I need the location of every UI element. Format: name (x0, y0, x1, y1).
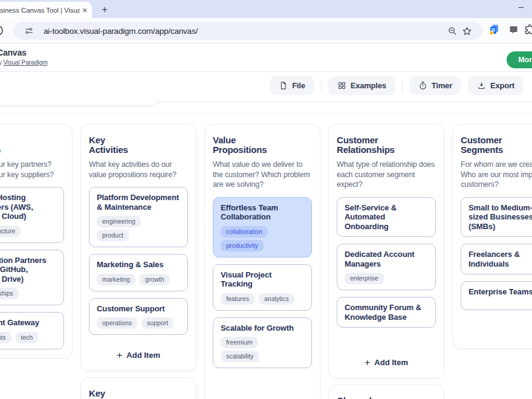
card-tag: partnerships (0, 288, 19, 299)
file-button[interactable]: File (270, 76, 314, 95)
card-title: Freelancers & Individuals (469, 250, 532, 268)
canvas-area: Key PartnersWho are our key partners? Wh… (0, 114, 532, 399)
column-title: Customer Segments (461, 135, 503, 155)
panel-value-propositions: Value PropositionsWhat value do we deliv… (204, 124, 320, 399)
card-tag: support (141, 317, 174, 329)
canvas-column-customer-relationships: Customer RelationshipsWhat type of relat… (328, 124, 444, 399)
cards-list: Platform Development & Maintenanceengine… (89, 187, 188, 335)
examples-button[interactable]: Examples (328, 76, 395, 95)
canvas-card[interactable]: Self-Service & Automated Onboarding (337, 197, 436, 238)
card-title: Self-Service & Automated Onboarding (345, 203, 428, 232)
export-button[interactable]: Export (468, 76, 524, 95)
column-description: For whom are we creating value? Who are … (461, 160, 532, 190)
card-tags: enterprise (345, 273, 428, 284)
card-title: Scalable for Growth (221, 323, 304, 333)
column-title: Key Resources (89, 389, 134, 399)
canvas-card[interactable]: Integration Partners (Slack, GitHub, Goo… (0, 250, 64, 306)
card-tag: enterprise (345, 273, 384, 284)
card-title: Enterprise Teams (469, 287, 532, 297)
add-item-button[interactable]: +Add Item (89, 348, 188, 362)
canvas-tab-bar (0, 99, 532, 114)
zoom-out-icon[interactable] (445, 26, 459, 36)
panel-key-partners: Key PartnersWho are our key partners? Wh… (0, 124, 73, 358)
canvas-card[interactable]: Scalable for Growthfreemiumscalability (213, 317, 312, 369)
minimize-button[interactable]: – (519, 1, 524, 11)
extensions-puzzle-icon[interactable] (524, 23, 532, 36)
card-tags: paymentstech (0, 332, 56, 343)
column-title: Channels (337, 396, 436, 399)
card-title: Platform Development & Maintenance (97, 193, 180, 212)
column-description: What type of relationship does each cust… (337, 160, 436, 190)
panel-customer-segments: Customer SegmentsFor whom are we creatin… (452, 124, 532, 349)
card-tags: freemiumscalability (221, 337, 304, 362)
card-tag: payments (0, 332, 11, 343)
canvas-card[interactable]: Small to Medium-sized Businesses (SMBs) (461, 197, 532, 238)
card-tag: tech (16, 332, 39, 343)
timer-button-label: Timer (432, 81, 452, 90)
timer-button[interactable]: Timer (409, 76, 461, 95)
browser-toolbar: ai-toolbox.visual-paradigm.com/app/canva… (0, 18, 532, 44)
canvas-column-customer-segments: Customer SegmentsFor whom are we creatin… (452, 124, 532, 349)
canvas-card[interactable]: Enterprise Teams (461, 281, 532, 310)
address-bar[interactable]: ai-toolbox.visual-paradigm.com/app/canva… (13, 22, 482, 40)
new-tab-button[interactable]: + (102, 3, 108, 16)
card-tag: features (221, 293, 255, 305)
panel-customer-relationships: Customer RelationshipsWhat type of relat… (328, 124, 444, 378)
canvas-card[interactable]: Dedicated Account Managersenterprise (337, 244, 436, 290)
export-button-label: Export (490, 81, 514, 90)
card-tags: marketinggrowth (97, 274, 180, 285)
canvas-card[interactable]: Freelancers & Individuals (461, 244, 532, 274)
panel-key-activities: Key ActivitiesWhat key activities do our… (80, 124, 196, 371)
canvas-card[interactable]: Marketing & Salesmarketinggrowth (89, 254, 188, 291)
card-tag: infrastructure (0, 225, 21, 237)
canvas-column-key-activities: Key ActivitiesWhat key activities do our… (80, 124, 196, 399)
card-tags: collaborationproductivity (221, 226, 304, 251)
cards-list: Effortless Team Collaborationcollaborati… (213, 197, 312, 369)
column-description: What value do we deliver to the customer… (213, 160, 312, 190)
card-title: Visual Project Tracking (221, 270, 304, 289)
timer-icon (418, 81, 427, 90)
toolbar-divider (402, 80, 403, 92)
site-settings-icon[interactable] (22, 26, 36, 36)
url-text: ai-toolbox.visual-paradigm.com/app/canva… (44, 27, 445, 36)
extension-icon-gray[interactable] (507, 23, 520, 36)
canvas-card[interactable]: Cloud Hosting Providers (AWS, Google Clo… (0, 187, 64, 243)
examples-grid-icon (337, 81, 346, 90)
bookmark-star-icon[interactable] (459, 26, 474, 36)
more-button[interactable]: More (507, 51, 532, 68)
card-title: Community Forum & Knowledge Base (345, 303, 428, 322)
card-tag: growth (140, 274, 170, 285)
card-tags: infrastructure (0, 225, 56, 237)
card-title: Dedicated Account Managers (345, 250, 428, 268)
card-title: Effortless Team Collaboration (221, 203, 304, 222)
file-button-label: File (292, 81, 305, 90)
canvas-card[interactable]: Visual Project Trackingfeaturesanalytics (213, 264, 312, 311)
canvas-card[interactable]: Customer Supportoperationssupport (89, 298, 188, 336)
canvas-card[interactable]: Effortless Team Collaborationcollaborati… (213, 197, 312, 258)
byline: by Visual Paradigm (0, 59, 48, 66)
add-item-button[interactable]: +Add Item (337, 355, 436, 369)
reload-icon[interactable] (0, 25, 3, 36)
file-icon (279, 81, 288, 90)
card-tag: marketing (97, 274, 135, 285)
column-title: Key Activities (89, 135, 128, 155)
canvas-card[interactable]: Payment Gatewaypaymentstech (0, 312, 64, 349)
card-tag: scalability (221, 351, 259, 362)
cards-list: Cloud Hosting Providers (AWS, Google Clo… (0, 187, 64, 349)
panel-channels: ChannelsThrough which channels do our cu… (328, 384, 444, 399)
canvas-card[interactable]: Community Forum & Knowledge Base (337, 297, 436, 328)
column-description: What key activities do our value proposi… (89, 160, 188, 180)
tab-close-icon[interactable]: × (82, 6, 87, 15)
column-title: Value Propositions (213, 135, 267, 155)
browser-tab[interactable]: Business Canvas Tool | Visual Paradigm × (0, 2, 92, 18)
card-tag: operations (97, 317, 137, 329)
canvas-column-key-partners: Key PartnersWho are our key partners? Wh… (0, 124, 73, 358)
browser-tab-strip: Business Canvas Tool | Visual Paradigm ×… (0, 0, 532, 18)
visual-paradigm-link[interactable]: Visual Paradigm (3, 59, 47, 66)
column-title: Key Partners (0, 135, 1, 155)
card-tag: freemium (221, 337, 258, 348)
page-title: Canvas (0, 48, 27, 57)
extension-icon-blue[interactable] (487, 23, 501, 36)
card-title: Small to Medium-sized Businesses (SMBs) (469, 203, 532, 232)
canvas-card[interactable]: Platform Development & Maintenanceengine… (89, 187, 188, 247)
